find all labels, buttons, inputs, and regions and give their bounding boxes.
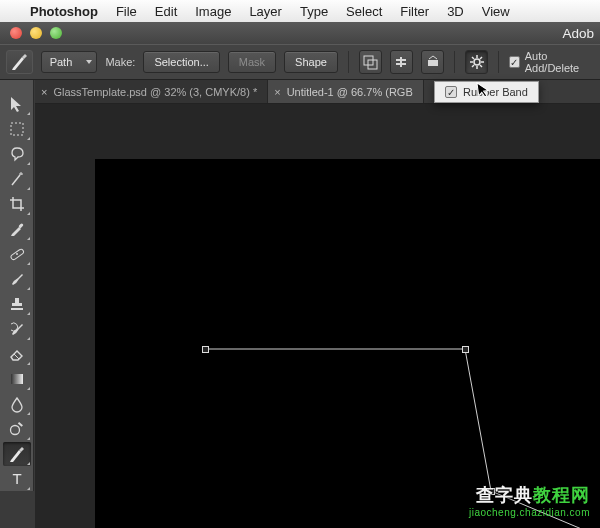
wand-tool[interactable] — [3, 167, 31, 191]
brush-tool[interactable] — [3, 267, 31, 291]
watermark: 查字典教程网 jiaocheng.chazidian.com — [469, 483, 590, 518]
arrange-icon — [425, 54, 441, 70]
svg-rect-5 — [428, 60, 438, 66]
marquee-tool[interactable] — [3, 117, 31, 141]
menu-file[interactable]: File — [116, 4, 137, 19]
history-brush-tool[interactable] — [3, 317, 31, 341]
blur-tool[interactable] — [3, 392, 31, 416]
dodge-tool-icon — [8, 420, 26, 438]
lasso-tool-icon — [8, 145, 26, 163]
app-titlebar: Adob — [72, 22, 600, 44]
menu-3d[interactable]: 3D — [447, 4, 464, 19]
eyedropper-tool[interactable] — [3, 217, 31, 241]
settings-gear-button[interactable] — [465, 50, 488, 74]
zoom-window-button[interactable] — [50, 27, 62, 39]
heal-tool-icon — [8, 245, 26, 263]
crop-tool-icon — [8, 195, 26, 213]
close-icon[interactable]: × — [274, 86, 280, 98]
svg-rect-21 — [11, 374, 23, 384]
dodge-tool[interactable] — [3, 417, 31, 441]
heal-tool[interactable] — [3, 242, 31, 266]
stamp-tool[interactable] — [3, 292, 31, 316]
mac-menubar: Photoshop File Edit Image Layer Type Sel… — [0, 0, 600, 22]
anchor-point[interactable] — [202, 346, 209, 353]
separator — [348, 51, 349, 73]
checkbox-icon[interactable]: ✓ — [445, 86, 457, 98]
type-tool[interactable]: T — [3, 467, 31, 491]
svg-rect-4 — [400, 57, 402, 67]
lasso-tool[interactable] — [3, 142, 31, 166]
eraser-tool[interactable] — [3, 342, 31, 366]
mask-button[interactable]: Mask — [228, 51, 276, 73]
crop-tool[interactable] — [3, 192, 31, 216]
rubber-band-label: Rubber Band — [463, 86, 528, 98]
menu-edit[interactable]: Edit — [155, 4, 177, 19]
menu-type[interactable]: Type — [300, 4, 328, 19]
type-tool-icon: T — [8, 470, 26, 488]
options-bar: Path Make: Selection... Mask Shape ✓ Aut… — [0, 44, 600, 80]
blur-tool-icon — [8, 395, 26, 413]
gear-icon — [469, 54, 485, 70]
svg-line-12 — [480, 65, 482, 67]
toolbox: T — [0, 80, 34, 491]
svg-line-13 — [472, 65, 474, 67]
svg-point-20 — [16, 253, 18, 255]
svg-point-22 — [10, 426, 19, 435]
close-icon[interactable]: × — [41, 86, 47, 98]
svg-rect-23 — [17, 422, 22, 427]
checkbox-icon: ✓ — [509, 56, 520, 68]
tab-untitled[interactable]: × Untitled-1 @ 66.7% (RGB — [268, 80, 424, 103]
make-label: Make: — [105, 56, 135, 68]
svg-text:T: T — [12, 470, 21, 487]
separator — [454, 51, 455, 73]
eyedropper-tool-icon — [8, 220, 26, 238]
active-tool-indicator[interactable] — [6, 50, 33, 74]
marquee-tool-icon — [8, 120, 26, 138]
workspace — [35, 104, 600, 528]
pen-tool-icon — [8, 445, 26, 463]
pen-icon — [10, 53, 28, 71]
move-tool-icon — [8, 95, 26, 113]
brush-tool-icon — [8, 270, 26, 288]
app-title: Adob — [562, 26, 594, 41]
gradient-tool[interactable] — [3, 367, 31, 391]
tool-mode-dropdown[interactable]: Path — [41, 51, 98, 73]
history-brush-tool-icon — [8, 320, 26, 338]
align-icon — [393, 54, 409, 70]
stamp-tool-icon — [8, 295, 26, 313]
svg-line-26 — [465, 349, 491, 491]
window-controls — [0, 22, 72, 44]
menu-select[interactable]: Select — [346, 4, 382, 19]
svg-line-11 — [472, 57, 474, 59]
svg-point-6 — [474, 59, 480, 65]
pen-tool[interactable] — [3, 442, 31, 466]
move-tool[interactable] — [3, 92, 31, 116]
auto-add-delete-option[interactable]: ✓ Auto Add/Delete — [509, 50, 594, 74]
tab-glass-template[interactable]: × GlassTemplate.psd @ 32% (3, CMYK/8) * — [35, 80, 268, 103]
canvas[interactable] — [95, 159, 600, 528]
separator — [498, 51, 499, 73]
selection-button[interactable]: Selection... — [143, 51, 219, 73]
menu-filter[interactable]: Filter — [400, 4, 429, 19]
close-window-button[interactable] — [10, 27, 22, 39]
align-button[interactable] — [390, 50, 413, 74]
gradient-tool-icon — [8, 370, 26, 388]
eraser-tool-icon — [8, 345, 26, 363]
minimize-window-button[interactable] — [30, 27, 42, 39]
arrange-button[interactable] — [421, 50, 444, 74]
menu-view[interactable]: View — [482, 4, 510, 19]
menu-layer[interactable]: Layer — [249, 4, 282, 19]
cursor-pointer-icon — [476, 80, 492, 100]
menu-image[interactable]: Image — [195, 4, 231, 19]
svg-line-14 — [480, 57, 482, 59]
shape-button[interactable]: Shape — [284, 51, 338, 73]
app-menu[interactable]: Photoshop — [30, 4, 98, 19]
svg-rect-15 — [11, 123, 23, 135]
wand-tool-icon — [8, 170, 26, 188]
anchor-point[interactable] — [462, 346, 469, 353]
path-ops-button[interactable] — [359, 50, 382, 74]
path-ops-icon — [362, 54, 378, 70]
